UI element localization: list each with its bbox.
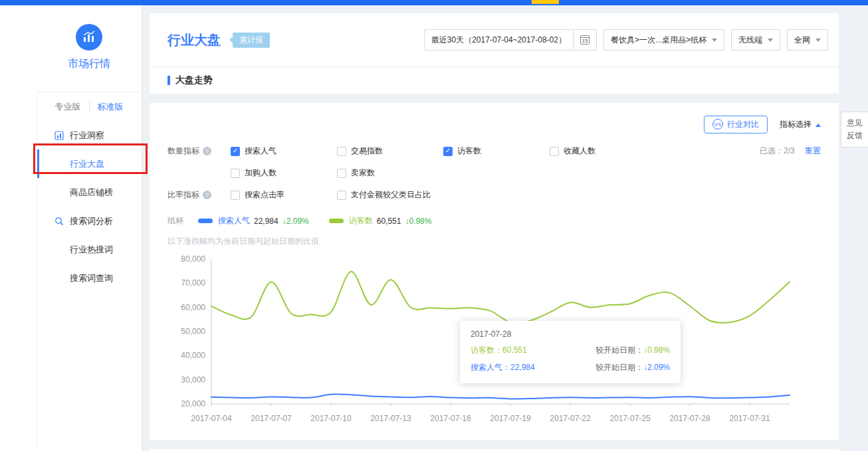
checkbox-box — [231, 169, 240, 178]
svg-text:2017-07-16: 2017-07-16 — [430, 414, 471, 423]
checkbox-box — [550, 147, 559, 156]
chart-tooltip: 2017-07-28 访客数：60,551 较开始日期：↓0.98% 搜索人气：… — [460, 321, 681, 383]
legend-change: ↓2.09% — [282, 217, 309, 226]
sidebar-item-label: 商品店铺榜 — [70, 187, 113, 199]
scope-dropdown[interactable]: 全网 — [787, 29, 828, 50]
checkbox-box — [337, 147, 346, 156]
tab-divider — [89, 102, 90, 111]
date-range-selector[interactable]: 最近30天（2017-07-04~2017-08-02） — [424, 29, 574, 50]
checkbox-box — [443, 147, 453, 156]
checkbox-label: 搜索人气 — [245, 145, 276, 157]
industry-compare-button[interactable]: VS 行业对比 — [704, 116, 768, 134]
terminal-label: 无线端 — [738, 35, 762, 46]
checkbox-box — [337, 191, 346, 200]
cumulative-value-badge: 累计值 — [233, 33, 270, 48]
svg-text:2017-07-19: 2017-07-19 — [490, 414, 531, 423]
metric-select-label: 指标选择 — [780, 119, 812, 130]
sidebar-item-industry-insight[interactable]: 行业洞察 — [37, 121, 142, 149]
checkbox-label: 收藏人数 — [564, 145, 596, 157]
svg-text:80,000: 80,000 — [181, 254, 205, 264]
bar-chart-icon — [82, 30, 96, 45]
reset-link[interactable]: 重置 — [805, 146, 821, 155]
svg-text:2017-07-22: 2017-07-22 — [550, 414, 591, 423]
legend-name: 访客数 — [349, 215, 373, 226]
legend-value: 60,551 — [377, 217, 401, 226]
legend-swatch-blue — [198, 219, 213, 223]
svg-text:2017-07-25: 2017-07-25 — [609, 414, 651, 423]
chart-note: 以下涨跌幅均为当前日期与起始日期的比值 — [167, 236, 821, 247]
chevron-down-icon — [768, 39, 773, 45]
svg-text:30,000: 30,000 — [181, 375, 205, 385]
sidebar-menu: 行业洞察 行业大盘 商品店铺榜 搜索词分析 行业热搜词 搜索词查询 — [37, 121, 142, 292]
app-title: 市场行情 — [37, 57, 142, 71]
selection-info: 已选：2/3 重置 — [656, 145, 821, 157]
category-dropdown[interactable]: 餐饮具>一次...桌用品>纸杯 — [603, 29, 724, 50]
top-nav-bar — [0, 0, 868, 5]
checkbox-label: 访客数 — [457, 145, 481, 157]
svg-text:2017-07-31: 2017-07-31 — [729, 414, 770, 423]
checkbox-visitor-count[interactable]: 访客数 — [443, 145, 550, 157]
metric-checkbox-grid: 数量指标 ? 搜索人气 交易指数 访客数 收藏人数 — [167, 145, 821, 201]
svg-text:70,000: 70,000 — [181, 278, 205, 288]
sidebar-item-label: 行业热搜词 — [70, 244, 113, 256]
filter-bar: 最近30天（2017-07-04~2017-08-02） 15 餐饮具>一次..… — [424, 29, 828, 50]
feedback-label-line1: 意见 — [847, 117, 863, 130]
checkbox-label: 支付金额较父类目占比 — [351, 189, 431, 201]
tab-professional[interactable]: 专业版 — [55, 101, 81, 113]
search-analysis-icon — [54, 217, 64, 228]
checkbox-box — [337, 169, 346, 178]
svg-text:60,000: 60,000 — [181, 303, 205, 312]
legend-item-visitor-count[interactable]: 访客数 60,551 ↓0.98% — [329, 215, 432, 226]
checkbox-search-popularity[interactable]: 搜索人气 — [231, 145, 337, 157]
checkbox-label: 交易指数 — [351, 145, 383, 157]
help-icon[interactable]: ? — [203, 191, 211, 199]
section-title: 大盘走势 — [175, 74, 213, 86]
checkbox-cart-add-count[interactable]: 加购人数 — [231, 167, 337, 179]
tooltip-row-visitors: 访客数：60,551 较开始日期：↓0.98% — [471, 345, 670, 356]
tab-standard[interactable]: 标准版 — [98, 101, 124, 113]
market-insight-logo — [76, 24, 102, 50]
svg-text:20,000: 20,000 — [181, 399, 205, 408]
chevron-down-icon — [712, 39, 717, 45]
calendar-icon: 15 — [580, 35, 590, 45]
trend-chart-area: 20,00030,00040,00050,00060,00070,00080,0… — [167, 252, 821, 428]
industry-insight-icon — [54, 131, 64, 142]
sidebar-item-product-shop-rank[interactable]: 商品店铺榜 — [37, 178, 142, 207]
sidebar-item-industry-overview[interactable]: 行业大盘 — [37, 149, 142, 178]
ratio-metrics-label: 比率指标 ? — [167, 189, 231, 201]
svg-text:2017-07-28: 2017-07-28 — [669, 414, 710, 423]
main-content: 行业大盘 累计值 最近30天（2017-07-04~2017-08-02） 15… — [142, 5, 868, 451]
checkbox-seller-count[interactable]: 卖家数 — [337, 167, 443, 179]
category-label: 餐饮具>一次...桌用品>纸杯 — [611, 35, 706, 46]
section-header-trend: 大盘走势 — [150, 67, 839, 94]
calendar-button[interactable]: 15 — [573, 29, 597, 50]
checkbox-payment-parent-ratio[interactable]: 支付金额较父类目占比 — [337, 189, 550, 201]
legend-item-search-popularity[interactable]: 搜索人气 22,984 ↓2.09% — [198, 215, 309, 226]
checkbox-label: 搜索点击率 — [245, 189, 284, 201]
sidebar-item-hot-search-words[interactable]: 行业热搜词 — [37, 235, 142, 264]
chart-legend: 纸杯 搜索人气 22,984 ↓2.09% 访客数 60,551 ↓0.98% — [167, 215, 821, 226]
sidebar-item-label: 行业洞察 — [70, 130, 104, 141]
checkbox-search-ctr[interactable]: 搜索点击率 — [231, 189, 337, 201]
terminal-dropdown[interactable]: 无线端 — [731, 29, 780, 50]
svg-text:2017-07-10: 2017-07-10 — [310, 414, 352, 423]
feedback-widget[interactable]: 意见 反馈 — [841, 112, 868, 147]
sidebar-item-search-word-query[interactable]: 搜索词查询 — [37, 264, 142, 292]
tooltip-row-search: 搜索人气：22,984 较开始日期：↓2.09% — [471, 362, 670, 373]
sidebar-version-tabs: 专业版 标准版 — [37, 92, 142, 121]
sidebar-item-label: 搜索词查询 — [70, 272, 113, 284]
svg-text:2017-07-07: 2017-07-07 — [251, 414, 292, 423]
metric-select-toggle[interactable]: 指标选择 — [780, 119, 821, 130]
quantity-metrics-label: 数量指标 ? — [167, 145, 231, 157]
help-icon[interactable]: ? — [203, 147, 211, 155]
tooltip-date: 2017-07-28 — [471, 329, 670, 339]
section-marker — [167, 76, 170, 85]
checkbox-transaction-index[interactable]: 交易指数 — [337, 145, 443, 157]
legend-change: ↓0.98% — [405, 217, 431, 226]
sidebar-item-label: 行业大盘 — [70, 158, 104, 170]
sidebar-item-search-analysis[interactable]: 搜索词分析 — [37, 207, 142, 235]
checkbox-box — [231, 191, 240, 200]
legend-value: 22,984 — [254, 217, 278, 226]
feedback-label-line2: 反馈 — [847, 130, 863, 142]
checkbox-favorites-count[interactable]: 收藏人数 — [550, 145, 656, 157]
